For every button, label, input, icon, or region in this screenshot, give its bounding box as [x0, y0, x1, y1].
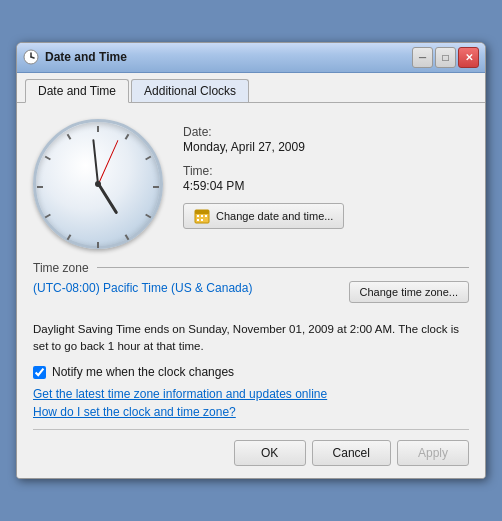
ok-button[interactable]: OK [234, 440, 306, 466]
timezone-section-label: Time zone [33, 261, 89, 275]
maximize-button[interactable]: □ [435, 47, 456, 68]
cancel-button[interactable]: Cancel [312, 440, 391, 466]
analog-clock [33, 119, 163, 249]
svg-rect-8 [197, 219, 199, 221]
minimize-button[interactable]: ─ [412, 47, 433, 68]
svg-line-2 [31, 57, 34, 58]
clock-container [33, 119, 163, 249]
info-section: Date: Monday, April 27, 2009 Time: 4:59:… [183, 119, 469, 249]
svg-rect-9 [201, 219, 203, 221]
window: Date and Time ─ □ ✕ Date and Time Additi… [16, 42, 486, 480]
second-hand [98, 140, 118, 184]
tabs-container: Date and Time Additional Clocks [17, 73, 485, 103]
titlebar: Date and Time ─ □ ✕ [17, 43, 485, 73]
calendar-icon [194, 208, 210, 224]
divider-line [97, 267, 469, 268]
date-value: Monday, April 27, 2009 [183, 140, 469, 154]
svg-rect-6 [201, 215, 203, 217]
time-value: 4:59:04 PM [183, 179, 469, 193]
content-area: Date: Monday, April 27, 2009 Time: 4:59:… [17, 103, 485, 479]
timezone-section: Time zone (UTC-08:00) Pacific Time (US &… [33, 261, 469, 311]
how-to-link[interactable]: How do I set the clock and time zone? [33, 405, 469, 419]
date-label: Date: [183, 125, 469, 139]
change-timezone-label: Change time zone... [360, 286, 458, 298]
notify-label[interactable]: Notify me when the clock changes [52, 365, 234, 379]
notify-checkbox-row: Notify me when the clock changes [33, 365, 469, 379]
bottom-separator [33, 429, 469, 430]
titlebar-buttons: ─ □ ✕ [412, 47, 479, 68]
close-button[interactable]: ✕ [458, 47, 479, 68]
main-section: Date: Monday, April 27, 2009 Time: 4:59:… [33, 119, 469, 249]
window-title: Date and Time [45, 50, 412, 64]
change-datetime-label: Change date and time... [216, 210, 333, 222]
change-timezone-button[interactable]: Change time zone... [349, 281, 469, 303]
notify-checkbox[interactable] [33, 366, 46, 379]
svg-rect-4 [195, 210, 209, 214]
dst-text: Daylight Saving Time ends on Sunday, Nov… [33, 321, 469, 356]
apply-button[interactable]: Apply [397, 440, 469, 466]
hour-hand [97, 183, 118, 214]
tab-date-time[interactable]: Date and Time [25, 79, 129, 103]
tab-additional-clocks[interactable]: Additional Clocks [131, 79, 249, 102]
button-row: OK Cancel Apply [33, 440, 469, 466]
time-label: Time: [183, 164, 469, 178]
svg-rect-7 [205, 215, 207, 217]
window-icon [23, 49, 39, 65]
change-datetime-button[interactable]: Change date and time... [183, 203, 344, 229]
svg-rect-5 [197, 215, 199, 217]
timezone-value: (UTC-08:00) Pacific Time (US & Canada) [33, 281, 252, 295]
minute-hand [92, 139, 99, 184]
clock-face [36, 122, 160, 246]
timezone-divider: Time zone [33, 261, 469, 275]
clock-center [95, 181, 101, 187]
tz-info-link[interactable]: Get the latest time zone information and… [33, 387, 469, 401]
